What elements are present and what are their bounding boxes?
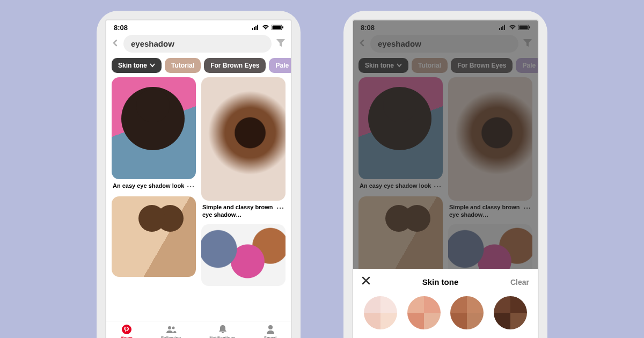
filter-icon[interactable] — [276, 39, 286, 49]
pin-grid[interactable]: An easy eye shadow look ··· Simple and c… — [106, 77, 291, 321]
skin-tone-swatch-2[interactable] — [407, 296, 441, 329]
chip-tutorial[interactable]: Tutorial — [165, 58, 201, 73]
nav-label: Home — [121, 335, 133, 338]
pin[interactable]: Simple and classy brown eye shadow… ··· — [201, 77, 286, 286]
pin-title: Simple and classy brown eye shadow… — [202, 204, 274, 219]
more-icon[interactable]: ··· — [187, 182, 195, 191]
status-indicators — [252, 24, 283, 32]
nav-label: Notifications — [209, 335, 235, 338]
chip-label: Pale — [275, 62, 289, 69]
nav-home[interactable]: Home — [121, 325, 133, 338]
bell-icon — [218, 325, 227, 334]
battery-icon — [272, 24, 283, 32]
status-bar: 8:08 — [106, 20, 291, 33]
skin-tone-swatch-4[interactable] — [494, 296, 527, 329]
search-input[interactable]: eyeshadow — [123, 35, 272, 53]
svg-point-7 — [122, 325, 131, 334]
clear-button[interactable]: Clear — [510, 278, 529, 286]
phone-frame-left: 8:08 eyeshadow — [97, 11, 301, 338]
skin-tone-swatch-1[interactable] — [364, 296, 397, 329]
svg-point-8 — [168, 326, 171, 329]
nav-notifications[interactable]: Notifications — [209, 325, 235, 338]
skin-tone-sheet: Skin tone Clear — [353, 269, 538, 338]
signal-icon — [252, 24, 260, 32]
filter-chips: Skin tone Tutorial For Brown Eyes Pale — [106, 55, 291, 77]
pin-image[interactable] — [112, 77, 196, 179]
svg-rect-0 — [252, 28, 253, 30]
bottom-nav: Home Following Notifications Saved — [106, 321, 291, 338]
phone-screen-left: 8:08 eyeshadow — [105, 19, 292, 338]
pin-image[interactable] — [201, 224, 286, 286]
chip-label: For Brown Eyes — [210, 62, 259, 69]
nav-label: Following — [161, 335, 181, 338]
pin-image[interactable] — [201, 77, 286, 201]
svg-rect-6 — [282, 26, 283, 28]
nav-following[interactable]: Following — [161, 325, 181, 338]
search-row: eyeshadow — [106, 33, 291, 55]
chip-pale[interactable]: Pale — [269, 58, 291, 73]
pin[interactable]: An easy eye shadow look ··· — [112, 77, 196, 286]
back-icon[interactable] — [112, 38, 119, 49]
skin-tone-swatch-3[interactable] — [450, 296, 484, 329]
chevron-down-icon — [150, 62, 155, 69]
chip-for-brown-eyes[interactable]: For Brown Eyes — [204, 58, 266, 73]
sheet-title: Skin tone — [422, 277, 459, 286]
sheet-header: Skin tone Clear — [362, 276, 529, 288]
pinterest-icon — [122, 325, 131, 334]
close-icon[interactable] — [362, 276, 370, 288]
wifi-icon — [262, 24, 269, 32]
chip-label: Skin tone — [118, 62, 147, 69]
chip-label: Tutorial — [171, 62, 194, 69]
svg-rect-5 — [273, 26, 281, 30]
person-icon — [266, 325, 275, 334]
status-time: 8:08 — [114, 24, 128, 32]
more-icon[interactable]: ··· — [276, 204, 284, 212]
svg-point-10 — [268, 325, 273, 329]
pin-image[interactable] — [112, 196, 196, 277]
chip-skin-tone[interactable]: Skin tone — [112, 58, 162, 73]
phone-frame-right: 8:08 eyeshadow Skin tone Tutorial For Br… — [343, 11, 547, 338]
swatch-row — [362, 296, 529, 329]
svg-rect-1 — [254, 27, 255, 30]
phone-screen-right: 8:08 eyeshadow Skin tone Tutorial For Br… — [352, 19, 539, 338]
svg-rect-2 — [255, 26, 257, 30]
nav-label: Saved — [264, 335, 277, 338]
pin-title: An easy eye shadow look — [113, 182, 184, 190]
svg-point-9 — [172, 327, 174, 329]
people-icon — [166, 325, 177, 334]
nav-saved[interactable]: Saved — [264, 325, 277, 338]
svg-rect-3 — [257, 25, 258, 30]
